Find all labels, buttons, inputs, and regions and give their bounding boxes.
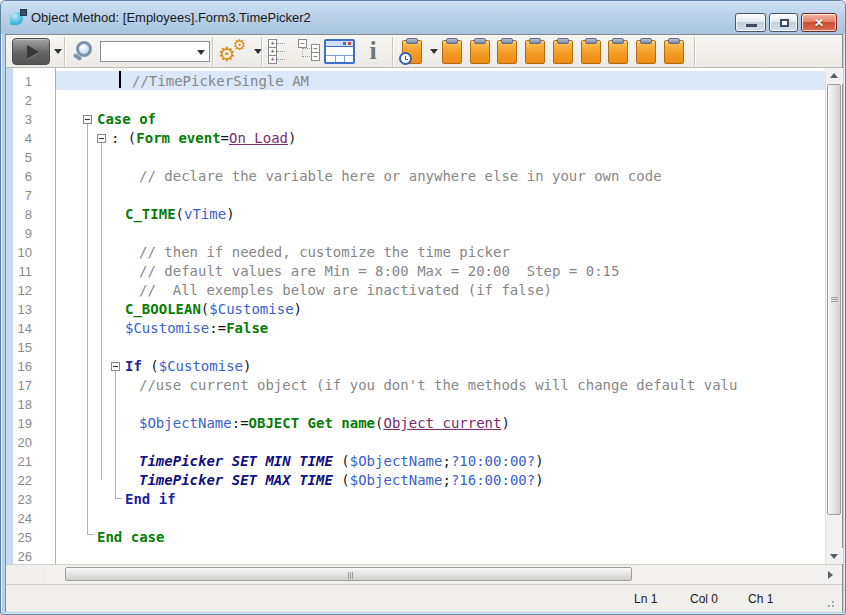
- code-line-3[interactable]: Case of: [97, 110, 156, 129]
- line-number: 18: [14, 395, 32, 414]
- fold-marker-line-16[interactable]: [111, 362, 120, 371]
- clipboard-1[interactable]: [442, 40, 462, 64]
- clipboard-5[interactable]: [553, 40, 573, 64]
- code-token: ?16:00:00?: [451, 472, 535, 488]
- clipboard-icon: [668, 38, 680, 44]
- clock-icon: [399, 52, 412, 65]
- search-combobox[interactable]: [100, 41, 210, 62]
- line-number: 1: [14, 72, 32, 91]
- window-title: Object Method: [Employees].Form3.TimePic…: [31, 10, 311, 25]
- code-line-16[interactable]: If ($Customise): [125, 357, 251, 376]
- fold-marker-line-3[interactable]: [83, 115, 92, 124]
- collapse-minus-icon: −: [311, 52, 320, 61]
- line-number: 22: [14, 471, 32, 490]
- scroll-up-button[interactable]: [826, 68, 843, 84]
- line-number: 11: [14, 262, 32, 281]
- clipboard-dropdown-arrow[interactable]: [430, 49, 438, 54]
- information-button[interactable]: i: [362, 37, 384, 65]
- code-line-25[interactable]: End case: [97, 528, 164, 547]
- scroll-down-button[interactable]: [826, 548, 843, 564]
- line-number: 6: [14, 167, 32, 186]
- code-line-10[interactable]: // then if needed, customize the time pi…: [139, 243, 510, 262]
- titlebar[interactable]: Object Method: [Employees].Form3.TimePic…: [1, 1, 845, 34]
- horizontal-scrollbar[interactable]: [6, 564, 842, 584]
- horizontal-scroll-track[interactable]: [46, 566, 840, 583]
- line-number: 5: [14, 148, 32, 167]
- code-token: //TimePickerSingle AM: [132, 73, 309, 89]
- code-line-17[interactable]: //use current object (if you don't the m…: [139, 376, 737, 395]
- code-token: ): [294, 301, 302, 317]
- indent-guide-foot: [87, 534, 94, 535]
- line-number: 23: [14, 490, 32, 509]
- clipboard-history-button[interactable]: [402, 40, 422, 64]
- clipboard-6[interactable]: [581, 40, 601, 64]
- collapse-all-button[interactable]: − − −: [298, 39, 322, 65]
- macros-button[interactable]: ⚙ ⚙: [218, 38, 252, 66]
- code-token: C_TIME: [125, 206, 176, 222]
- clipboard-2[interactable]: [470, 40, 490, 64]
- code-line-6[interactable]: // declare the variable here or anywhere…: [139, 167, 662, 186]
- code-line-4[interactable]: : (Form event=On Load): [111, 129, 296, 148]
- code-line-12[interactable]: // All exemples below are inactivated (i…: [139, 281, 552, 300]
- code-line-22[interactable]: TimePicker SET MAX TIME ($ObjectName;?16…: [139, 471, 544, 490]
- indent-guide-foot: [115, 498, 122, 499]
- fold-marker-line-4[interactable]: [97, 134, 106, 143]
- arrow-down-icon: [830, 554, 838, 559]
- execute-method-button[interactable]: [12, 38, 50, 65]
- clipboard-icon: [612, 38, 624, 44]
- code-token: End case: [97, 529, 164, 545]
- resize-grip[interactable]: [822, 595, 834, 607]
- code-line-8[interactable]: C_TIME(vTime): [125, 205, 235, 224]
- expand-all-button[interactable]: + + +: [268, 39, 292, 65]
- code-token: $Customise: [159, 358, 243, 374]
- clipboard-3[interactable]: [497, 40, 517, 64]
- code-token: TimePicker SET MIN TIME: [139, 453, 333, 469]
- code-token: ): [535, 453, 543, 469]
- close-button[interactable]: ✕: [801, 13, 837, 32]
- arrow-up-icon: [830, 73, 838, 78]
- clipboard-8[interactable]: [636, 40, 656, 64]
- method-window-icon: [10, 9, 27, 26]
- method-editor-window: Object Method: [Employees].Form3.TimePic…: [0, 0, 846, 615]
- line-number: 10: [14, 243, 32, 262]
- line-number: 21: [14, 452, 32, 471]
- code-line-13[interactable]: C_BOOLEAN($Customise): [125, 300, 302, 319]
- restore-button[interactable]: [769, 13, 798, 32]
- clipboard-icon: [529, 38, 541, 44]
- code-line-21[interactable]: TimePicker SET MIN TIME ($ObjectName;?10…: [139, 452, 544, 471]
- code-token: ): [501, 415, 509, 431]
- minimize-button[interactable]: [735, 13, 766, 32]
- code-editor[interactable]: 1234567891011121314151617181920212223242…: [6, 68, 842, 564]
- code-token: $ObjectName: [139, 415, 232, 431]
- code-token: C_BOOLEAN: [125, 301, 201, 317]
- search-dropdown-arrow[interactable]: [197, 50, 205, 55]
- code-token: :=: [209, 320, 226, 336]
- code-line-14[interactable]: $Customise:=False: [125, 319, 268, 338]
- thumb-grip-icon: [831, 297, 838, 298]
- vertical-scroll-thumb[interactable]: [827, 84, 841, 515]
- minimize-icon: [746, 24, 757, 27]
- clipboard-7[interactable]: [608, 40, 628, 64]
- scroll-right-button[interactable]: [822, 567, 838, 583]
- clipboard-4[interactable]: [525, 40, 545, 64]
- search-input[interactable]: [102, 43, 194, 60]
- status-character: Ch 1: [748, 592, 773, 606]
- code-line-1[interactable]: //TimePickerSingle AM: [132, 72, 309, 91]
- clipboard-9[interactable]: [664, 40, 684, 64]
- execute-dropdown-arrow[interactable]: [54, 49, 62, 54]
- vertical-scrollbar[interactable]: [825, 68, 842, 564]
- code-token: (: [142, 358, 159, 374]
- code-token: (: [333, 472, 350, 488]
- status-bar: Ln 1 Col 0 Ch 1: [6, 584, 842, 612]
- code-line-23[interactable]: End if: [125, 490, 176, 509]
- method-properties-button[interactable]: [324, 39, 355, 64]
- horizontal-scroll-thumb[interactable]: [65, 567, 632, 581]
- code-token: Case of: [97, 111, 156, 127]
- code-pane[interactable]: //TimePickerSingle AMCase of: (Form even…: [56, 68, 825, 564]
- clipboard-icon: [406, 38, 418, 44]
- line-number: 8: [14, 205, 32, 224]
- line-number: 9: [14, 224, 32, 243]
- code-line-19[interactable]: $ObjectName:=OBJECT Get name(Object curr…: [139, 414, 510, 433]
- code-token: (: [176, 206, 184, 222]
- code-line-11[interactable]: // default values are Min = 8:00 Max = 2…: [139, 262, 619, 281]
